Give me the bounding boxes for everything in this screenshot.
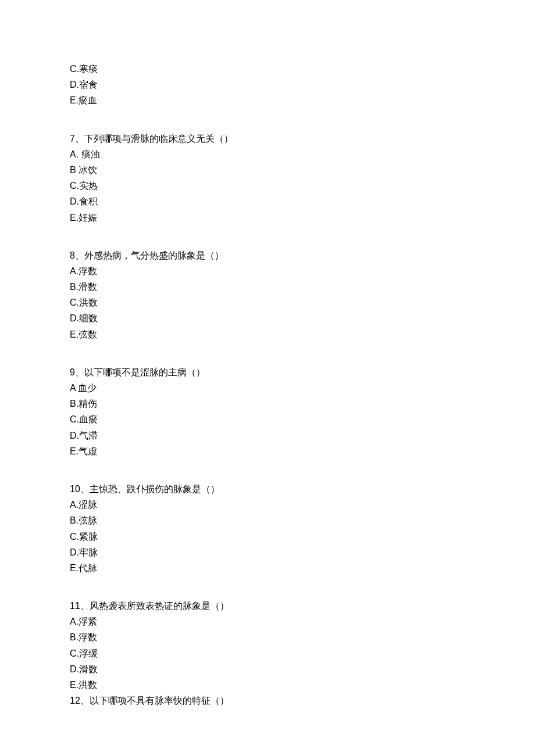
q7-option-d: D.食积 — [70, 194, 465, 209]
q11-option-c: C.浮缓 — [70, 646, 465, 661]
q9-stem: 9、以下哪项不是涩脉的主病（） — [70, 364, 465, 380]
q6-option-c: C.寒痰 — [70, 61, 465, 77]
q8-option-c: C.洪数 — [70, 295, 465, 310]
q8-option-e: E.弦数 — [70, 327, 465, 342]
q8-option-a: A.浮数 — [70, 263, 465, 279]
question-7: 7、下列哪项与滑脉的临床意义无关（） A. 痰浊 B 冰饮 C.实热 D.食积 … — [70, 131, 465, 225]
q11-option-d: D.滑数 — [70, 661, 465, 677]
question-8: 8、外感热病，气分热盛的脉象是（） A.浮数 B.滑数 C.洪数 D.细数 E.… — [70, 248, 465, 342]
q9-option-d: D.气滞 — [70, 428, 465, 443]
q7-option-b: B 冰饮 — [70, 162, 465, 178]
q6-option-d: D.宿食 — [70, 77, 465, 92]
q11-option-b: B.浮数 — [70, 629, 465, 645]
q9-option-b: B.精伤 — [70, 396, 465, 411]
q7-option-a: A. 痰浊 — [70, 146, 465, 162]
q7-option-c: C.实热 — [70, 178, 465, 194]
q10-option-a: A.涩脉 — [70, 497, 465, 513]
question-10: 10、主惊恐、跌仆损伤的脉象是（） A.涩脉 B.弦脉 C.紧脉 D.牢脉 E.… — [70, 481, 465, 576]
q8-option-d: D.细数 — [70, 310, 465, 326]
document-page: C.寒痰 D.宿食 E.瘀血 7、下列哪项与滑脉的临床意义无关（） A. 痰浊 … — [0, 0, 535, 743]
q11-stem: 11、风热袭表所致表热证的脉象是（） — [70, 598, 465, 614]
q11-option-e: E.洪数 — [70, 677, 465, 693]
q11-option-a: A.浮紧 — [70, 614, 465, 629]
q9-option-a: A 血少 — [70, 380, 465, 396]
q7-option-e: E.妊娠 — [70, 210, 465, 225]
question-6-tail: C.寒痰 D.宿食 E.瘀血 — [70, 61, 465, 109]
q12-stem: 12、以下哪项不具有脉率快的特征（） — [70, 693, 465, 708]
question-11: 11、风热袭表所致表热证的脉象是（） A.浮紧 B.浮数 C.浮缓 D.滑数 E… — [70, 598, 465, 708]
q6-option-e: E.瘀血 — [70, 92, 465, 108]
question-9: 9、以下哪项不是涩脉的主病（） A 血少 B.精伤 C.血瘀 D.气滞 E.气虚 — [70, 364, 465, 459]
q10-stem: 10、主惊恐、跌仆损伤的脉象是（） — [70, 481, 465, 497]
q8-stem: 8、外感热病，气分热盛的脉象是（） — [70, 248, 465, 263]
q10-option-e: E.代脉 — [70, 560, 465, 576]
q9-option-e: E.气虚 — [70, 443, 465, 459]
q9-option-c: C.血瘀 — [70, 411, 465, 427]
q8-option-b: B.滑数 — [70, 279, 465, 295]
q7-stem: 7、下列哪项与滑脉的临床意义无关（） — [70, 131, 465, 146]
q10-option-b: B.弦脉 — [70, 513, 465, 528]
q10-option-d: D.牢脉 — [70, 544, 465, 560]
q10-option-c: C.紧脉 — [70, 529, 465, 544]
